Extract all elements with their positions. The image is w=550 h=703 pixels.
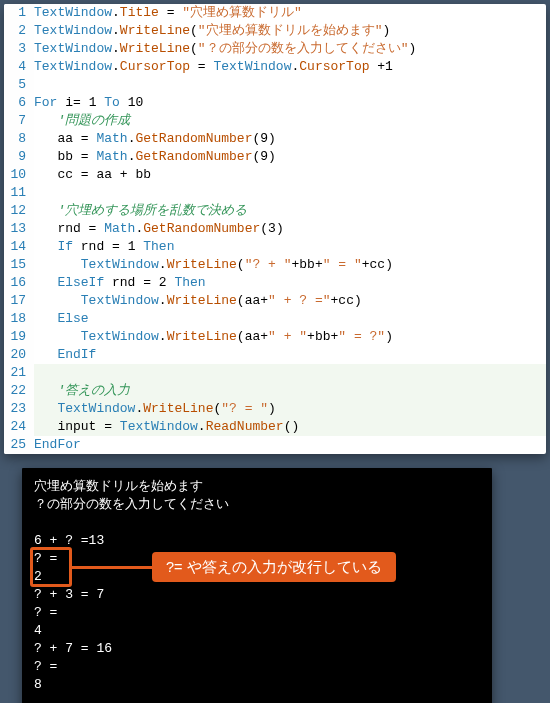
code-content: TextWindow.WriteLine("? + "+bb+" = "+cc): [34, 256, 540, 274]
code-content: EndIf: [34, 346, 540, 364]
code-line: 6For i= 1 To 10: [4, 94, 546, 112]
line-number: 21: [4, 364, 34, 382]
line-number: 2: [4, 22, 34, 40]
code-content: bb = Math.GetRandomNumber(9): [34, 148, 540, 166]
line-number: 5: [4, 76, 34, 94]
code-line: 20 EndIf: [4, 346, 546, 364]
line-number: 17: [4, 292, 34, 310]
code-content: TextWindow.WriteLine(aa+" + "+bb+" = ?"): [34, 328, 540, 346]
code-line: 7 '問題の作成: [4, 112, 546, 130]
code-content: '穴埋めする場所を乱数で決める: [34, 202, 540, 220]
line-number: 24: [4, 418, 34, 436]
code-line: 1TextWindow.Title = "穴埋め算数ドリル": [4, 4, 546, 22]
console-line: ? =: [34, 658, 480, 676]
code-line: 2TextWindow.WriteLine("穴埋め算数ドリルを始めます"): [4, 22, 546, 40]
code-line: 22 '答えの入力: [4, 382, 546, 400]
code-content: '答えの入力: [34, 382, 540, 400]
callout-label: ?= や答えの入力が改行している: [152, 552, 396, 582]
code-line: 21: [4, 364, 546, 382]
code-content: [34, 184, 540, 202]
code-content: [34, 76, 540, 94]
code-content: ElseIf rnd = 2 Then: [34, 274, 540, 292]
code-content: TextWindow.CursorTop = TextWindow.Cursor…: [34, 58, 540, 76]
code-content: input = TextWindow.ReadNumber(): [34, 418, 540, 436]
code-line: 14 If rnd = 1 Then: [4, 238, 546, 256]
console-line: ? =: [34, 604, 480, 622]
line-number: 8: [4, 130, 34, 148]
console-line: 6 + ? =13: [34, 532, 480, 550]
code-line: 25EndFor: [4, 436, 546, 454]
line-number: 9: [4, 148, 34, 166]
code-line: 15 TextWindow.WriteLine("? + "+bb+" = "+…: [4, 256, 546, 274]
code-content: TextWindow.WriteLine(aa+" + ? ="+cc): [34, 292, 540, 310]
console-line: ? + 7 = 16: [34, 640, 480, 658]
line-number: 1: [4, 4, 34, 22]
code-line: 18 Else: [4, 310, 546, 328]
code-line: 5: [4, 76, 546, 94]
code-editor: 1TextWindow.Title = "穴埋め算数ドリル"2TextWindo…: [4, 4, 546, 454]
code-line: 16 ElseIf rnd = 2 Then: [4, 274, 546, 292]
line-number: 16: [4, 274, 34, 292]
code-line: 11: [4, 184, 546, 202]
code-content: [34, 364, 540, 382]
callout-connector: [72, 566, 152, 569]
code-content: Else: [34, 310, 540, 328]
code-line: 9 bb = Math.GetRandomNumber(9): [4, 148, 546, 166]
line-number: 10: [4, 166, 34, 184]
line-number: 15: [4, 256, 34, 274]
code-line: 13 rnd = Math.GetRandomNumber(3): [4, 220, 546, 238]
code-content: TextWindow.Title = "穴埋め算数ドリル": [34, 4, 540, 22]
code-line: 8 aa = Math.GetRandomNumber(9): [4, 130, 546, 148]
line-number: 19: [4, 328, 34, 346]
code-line: 12 '穴埋めする場所を乱数で決める: [4, 202, 546, 220]
line-number: 22: [4, 382, 34, 400]
code-content: EndFor: [34, 436, 540, 454]
code-content: TextWindow.WriteLine("？の部分の数を入力してください"): [34, 40, 540, 58]
code-line: 23 TextWindow.WriteLine("? = "): [4, 400, 546, 418]
console-line: 穴埋め算数ドリルを始めます: [34, 478, 480, 496]
line-number: 23: [4, 400, 34, 418]
line-number: 12: [4, 202, 34, 220]
line-number: 18: [4, 310, 34, 328]
console-line: ? + 3 = 7: [34, 586, 480, 604]
console-line: ？の部分の数を入力してください: [34, 496, 480, 514]
highlight-box: [30, 547, 72, 587]
line-number: 3: [4, 40, 34, 58]
code-content: rnd = Math.GetRandomNumber(3): [34, 220, 540, 238]
line-number: 11: [4, 184, 34, 202]
code-line: 10 cc = aa + bb: [4, 166, 546, 184]
line-number: 4: [4, 58, 34, 76]
code-line: 17 TextWindow.WriteLine(aa+" + ? ="+cc): [4, 292, 546, 310]
code-line: 24 input = TextWindow.ReadNumber(): [4, 418, 546, 436]
line-number: 14: [4, 238, 34, 256]
line-number: 13: [4, 220, 34, 238]
line-number: 7: [4, 112, 34, 130]
code-content: aa = Math.GetRandomNumber(9): [34, 130, 540, 148]
code-content: TextWindow.WriteLine("穴埋め算数ドリルを始めます"): [34, 22, 540, 40]
code-content: TextWindow.WriteLine("? = "): [34, 400, 540, 418]
code-content: If rnd = 1 Then: [34, 238, 540, 256]
code-line: 4TextWindow.CursorTop = TextWindow.Curso…: [4, 58, 546, 76]
code-content: '問題の作成: [34, 112, 540, 130]
console-line: 4: [34, 622, 480, 640]
line-number: 25: [4, 436, 34, 454]
code-content: For i= 1 To 10: [34, 94, 540, 112]
console-output: 穴埋め算数ドリルを始めます？の部分の数を入力してください 6 + ? =13? …: [22, 468, 492, 703]
code-line: 19 TextWindow.WriteLine(aa+" + "+bb+" = …: [4, 328, 546, 346]
line-number: 20: [4, 346, 34, 364]
console-line: 8: [34, 676, 480, 694]
console-line: [34, 514, 480, 532]
line-number: 6: [4, 94, 34, 112]
code-content: cc = aa + bb: [34, 166, 540, 184]
code-line: 3TextWindow.WriteLine("？の部分の数を入力してください"): [4, 40, 546, 58]
